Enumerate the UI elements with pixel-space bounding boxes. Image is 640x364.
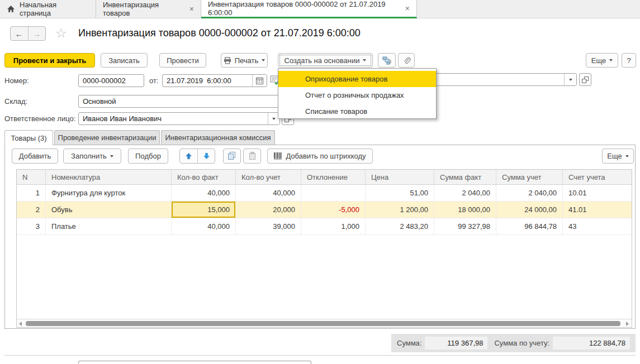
column-header[interactable]: Кол-во учет [236, 170, 301, 184]
date-field[interactable]: 21.07.2019 6:00:00 [162, 74, 267, 87]
sum-acc-value: 122 884,78 [553, 337, 630, 349]
cell-qty-fact[interactable]: 40,000 [172, 185, 236, 201]
column-header[interactable]: Кол-во факт [172, 170, 236, 184]
column-header[interactable]: Цена [366, 170, 434, 184]
cell-sum-fact[interactable]: 2 040,00 [434, 185, 496, 201]
save-button[interactable]: Записать [101, 53, 148, 68]
create-based-on-menu: Оприходование товаров Отчет о розничных … [278, 68, 437, 119]
cell-deviation[interactable] [301, 185, 366, 201]
calendar-button[interactable] [252, 75, 267, 87]
warehouse-input[interactable]: Основной [78, 95, 292, 108]
structure-links-button[interactable] [378, 53, 396, 68]
cell-sum-acc[interactable]: 96 844,78 [496, 218, 563, 234]
cell-price[interactable]: 2 483,20 [366, 218, 434, 234]
number-input[interactable]: 0000-000002 [78, 74, 144, 87]
pick-button[interactable]: Подбор [128, 149, 168, 164]
column-header[interactable]: Сумма учет [496, 170, 563, 184]
column-header[interactable]: N [17, 170, 46, 184]
calendar-icon [256, 77, 263, 84]
print-button[interactable]: Печать [221, 53, 268, 68]
table-row-selected[interactable]: 2 Обувь 15,000 20,000 -5,000 1 200,00 18… [17, 202, 632, 218]
fill-button[interactable]: Заполнить [63, 149, 121, 164]
table-row[interactable]: 1 Фурнитура для курток 40,000 40,000 51,… [17, 185, 632, 202]
cell-account[interactable]: 10.01 [563, 185, 632, 201]
scroll-left-icon[interactable] [19, 322, 22, 326]
move-up-button[interactable] [180, 149, 197, 163]
add-row-button[interactable]: Добавить [12, 149, 58, 164]
add-by-barcode-button[interactable]: Добавить по штрихкоду [267, 149, 373, 164]
tab-inventory-execution[interactable]: Проведение инвентаризации [54, 130, 160, 145]
tab-inventory-commission[interactable]: Инвентаризационная комиссия [161, 130, 275, 145]
create-based-on-button[interactable]: Создать на основании [278, 53, 373, 68]
cell-price[interactable]: 51,00 [366, 185, 434, 201]
app-window: Начальная страница Инвентаризация товаро… [0, 0, 640, 364]
cell-n[interactable]: 3 [17, 218, 46, 234]
post-button[interactable]: Провести [159, 53, 206, 68]
menu-item-goods-receipt[interactable]: Оприходование товаров [278, 71, 436, 87]
cell-nomenclature[interactable]: Платье [46, 218, 172, 234]
column-header[interactable]: Номенклатура [46, 170, 172, 184]
cell-sum-fact[interactable]: 18 000,00 [434, 202, 496, 218]
menu-item-goods-writeoff[interactable]: Списание товаров [278, 103, 436, 119]
date-label: от: [149, 76, 159, 85]
forward-button[interactable]: → [28, 27, 46, 40]
cell-nomenclature[interactable]: Фурнитура для курток [46, 185, 172, 201]
caret-down-icon [363, 59, 366, 61]
table-empty-area [17, 235, 632, 319]
post-and-close-button[interactable]: Провести и закрыть [4, 53, 95, 68]
cell-sum-acc[interactable]: 24 000,00 [496, 202, 563, 218]
scrollbar-thumb[interactable] [26, 321, 620, 326]
open-icon [582, 76, 589, 83]
goods-table: N Номенклатура Кол-во факт Кол-во учет О… [16, 169, 632, 328]
cell-account[interactable]: 41.01 [563, 202, 632, 218]
table-row[interactable]: 3 Платье 40,000 39,000 1,000 2 483,20 99… [17, 218, 632, 235]
cell-price[interactable]: 1 200,00 [366, 202, 434, 218]
warehouse-label: Склад: [4, 97, 27, 106]
open-button[interactable] [579, 73, 591, 86]
cell-qty-acc[interactable]: 39,000 [236, 218, 301, 234]
comment-field-partial[interactable] [78, 361, 311, 364]
cell-qty-fact[interactable]: 40,000 [172, 218, 236, 234]
caret-down-icon [569, 79, 572, 81]
cell-qty-fact-selected[interactable]: 15,000 [172, 202, 236, 218]
help-button[interactable]: ? [622, 53, 636, 68]
tab-goods[interactable]: Товары (3) [4, 130, 53, 145]
window-tab-list[interactable]: Инвентаризация товаров × [96, 0, 201, 18]
cell-qty-acc[interactable]: 20,000 [236, 202, 301, 218]
caret-down-icon [110, 155, 113, 157]
responsible-input[interactable]: Иванов Иван Иванович [79, 113, 268, 124]
cell-sum-acc[interactable]: 2 040,00 [496, 185, 563, 201]
scroll-right-icon[interactable] [626, 322, 629, 326]
paperclip-icon [402, 56, 411, 65]
window-tab-home[interactable]: Начальная страница [0, 0, 96, 18]
cell-n[interactable]: 1 [17, 185, 46, 201]
attachments-button[interactable] [398, 53, 415, 68]
back-button[interactable]: ← [11, 27, 28, 40]
cell-deviation[interactable]: -5,000 [301, 202, 366, 218]
close-icon[interactable]: × [405, 4, 410, 12]
cell-nomenclature[interactable]: Обувь [46, 202, 172, 218]
window-tab-document[interactable]: Инвентаризация товаров 0000-000002 от 21… [201, 0, 417, 18]
copy-row-button[interactable] [223, 149, 241, 164]
column-header[interactable]: Отклонение [301, 170, 366, 184]
cell-qty-acc[interactable]: 40,000 [236, 185, 301, 201]
favorites-star-icon[interactable]: ☆ [55, 26, 67, 41]
cell-account[interactable]: 43 [563, 218, 632, 234]
move-down-button[interactable] [197, 149, 215, 163]
horizontal-scrollbar[interactable] [17, 319, 632, 327]
paste-row-button[interactable] [243, 149, 261, 164]
column-header[interactable]: Сумма факт [434, 170, 496, 184]
date-input[interactable]: 21.07.2019 6:00:00 [163, 75, 252, 87]
cell-n[interactable]: 2 [17, 202, 46, 218]
table-more-button[interactable]: Еще [602, 149, 634, 164]
cell-sum-fact[interactable]: 99 327,98 [434, 218, 496, 234]
cell-deviation[interactable]: 1,000 [301, 218, 366, 234]
column-header[interactable]: Счет учета [563, 170, 632, 184]
clipboard-icon [249, 152, 256, 160]
responsible-field[interactable]: Иванов Иван Иванович [78, 112, 280, 125]
close-icon[interactable]: × [189, 5, 194, 13]
menu-item-retail-sales-report[interactable]: Отчет о розничных продажах [278, 87, 436, 103]
more-button[interactable]: Еще [586, 53, 618, 68]
hierarchy-icon [382, 56, 392, 65]
select-dropdown-button[interactable] [564, 74, 576, 85]
